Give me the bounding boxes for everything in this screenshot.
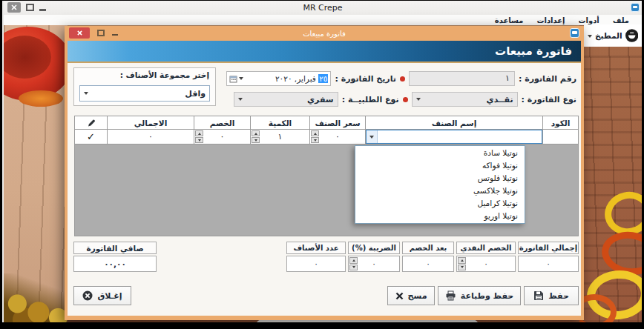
cell-discount[interactable]: ٠ xyxy=(194,129,251,144)
form-row-1: رقم الفاتورة : ١ تاريخ الفاتورة : ٢٥ فبر… xyxy=(226,71,576,86)
spinner-down-button[interactable] xyxy=(349,265,358,271)
summary-row: إجمالي الفاتورة ٠ الخصم النقدي ٠ xyxy=(286,242,579,272)
item-group-select[interactable]: وافل xyxy=(79,85,210,102)
spinner-down-button[interactable] xyxy=(458,265,466,271)
after-discount-label: بعد الخصم xyxy=(402,242,454,254)
window-close-button[interactable] xyxy=(7,2,21,13)
spinner-up-button[interactable] xyxy=(458,257,466,264)
dropdown-item[interactable]: نوتيلا كراميل xyxy=(355,197,525,210)
dialog-title: فاتورة مبيعات xyxy=(303,30,346,38)
order-type-select[interactable]: سفري xyxy=(234,92,338,107)
header-edit[interactable] xyxy=(74,116,108,130)
net-total-value: ٠٠,٠٠ xyxy=(73,256,157,272)
header-qty[interactable]: الكمية xyxy=(250,116,310,130)
header-discount[interactable]: الخصم xyxy=(194,116,251,130)
main-window: MR Crepe ملف أدوات إعدادات مساعدة xyxy=(2,1,642,322)
spinner-down-button[interactable] xyxy=(195,137,203,143)
tax-label: الضريبة (%) xyxy=(348,242,400,254)
summary-tax: الضريبة (%) ٠ xyxy=(348,242,400,272)
required-dot-icon xyxy=(403,97,408,102)
invoice-type-select[interactable]: نقــدي xyxy=(412,92,518,107)
screen: MR Crepe ملف أدوات إعدادات مساعدة xyxy=(0,0,644,329)
menu-bar: ملف أدوات إعدادات مساعدة xyxy=(4,15,642,25)
sales-invoice-dialog: فاتورة مبيعات فاتورة مبيعات رقم الفاتورة… xyxy=(65,26,584,320)
invoice-type-value: نقــدي xyxy=(487,95,513,104)
chevron-down-icon xyxy=(416,98,421,101)
close-dialog-button[interactable]: إغـلاق xyxy=(73,286,131,305)
window-title: MR Crepe xyxy=(4,3,642,13)
menu-settings[interactable]: إعدادات xyxy=(530,16,571,24)
save-label: حفظ xyxy=(548,291,569,301)
combobox-dropdown-button[interactable] xyxy=(367,130,378,143)
triangle-down-icon xyxy=(461,266,464,268)
dialog-app-icon xyxy=(570,28,579,38)
tax-value: ٠ xyxy=(372,259,376,268)
item-group-box: إختر مجموعة الأصناف : وافل xyxy=(73,67,216,106)
cell-price[interactable]: ٠ xyxy=(309,129,366,144)
invoice-date-value: ٢٥ فبراير, ٢٠٢٠ xyxy=(275,74,328,83)
cell-row-check[interactable]: ✓ xyxy=(74,129,108,144)
item-dropdown-list: نوتيلا سادة نوتيلا فواكه نوتيلا فلوتس نو… xyxy=(355,145,525,224)
item-name-combobox[interactable] xyxy=(366,130,542,144)
save-print-button[interactable]: حفظ وطباعة xyxy=(438,286,521,305)
cell-code[interactable] xyxy=(542,129,579,144)
dialog-header-banner: فاتورة مبيعات xyxy=(68,41,581,63)
dropdown-item[interactable]: نوتيلا فلوتس xyxy=(355,172,525,185)
menu-tools[interactable]: أدوات xyxy=(572,16,606,24)
summary-items-count: عدد الأصناف ٠ xyxy=(286,242,346,272)
triangle-down-icon xyxy=(352,266,355,268)
tax-field[interactable]: ٠ xyxy=(348,256,400,272)
cash-discount-spinner xyxy=(458,257,466,270)
after-discount-value: ٠ xyxy=(402,256,454,272)
action-buttons: حفظ حفظ وطباعة xyxy=(387,286,579,305)
spinner-up-button[interactable] xyxy=(311,130,319,136)
chevron-down-icon xyxy=(369,136,374,139)
menu-help[interactable]: مساعدة xyxy=(488,16,530,24)
kitchen-toolbar[interactable]: المطبخ xyxy=(584,24,642,47)
cash-discount-field[interactable]: ٠ xyxy=(456,256,516,272)
calendar-icon xyxy=(229,75,237,83)
grid-header-row: الكود إسم الصنف سعر الصنف الكمية الخصم ا… xyxy=(74,116,579,130)
chevron-down-icon xyxy=(84,92,88,95)
pot-glow-decor xyxy=(19,90,63,107)
dialog-minimize-button[interactable] xyxy=(112,34,118,36)
dialog-restore-button[interactable] xyxy=(97,30,105,36)
dialog-close-button[interactable] xyxy=(69,27,90,39)
spinner-down-button[interactable] xyxy=(252,137,260,143)
invoice-date-label: تاريخ الفاتورة : xyxy=(335,74,396,84)
invoice-number-label: رقم الفاتورة : xyxy=(519,74,576,84)
cell-total: ٠ xyxy=(107,129,194,144)
required-dot-icon xyxy=(400,76,405,82)
dropdown-item[interactable]: نوتيلا اوريو xyxy=(355,210,525,222)
save-button[interactable]: حفظ xyxy=(524,286,579,305)
header-total[interactable]: الاجمالي xyxy=(107,116,194,130)
window-minimize-button[interactable] xyxy=(39,9,46,11)
header-code[interactable]: الكود xyxy=(542,116,579,130)
invoice-total-label: إجمالي الفاتورة xyxy=(518,242,579,254)
header-price[interactable]: سعر الصنف xyxy=(309,116,366,130)
clear-button[interactable]: مسح xyxy=(387,286,435,305)
header-item-name[interactable]: إسم الصنف xyxy=(365,116,543,130)
dialog-body: رقم الفاتورة : ١ تاريخ الفاتورة : ٢٥ فبر… xyxy=(68,63,581,316)
invoice-number-field[interactable]: ١ xyxy=(409,71,515,86)
invoice-date-picker[interactable]: ٢٥ فبراير, ٢٠٢٠ xyxy=(226,71,331,86)
menu-file[interactable]: ملف xyxy=(606,16,636,24)
window-restore-button[interactable] xyxy=(26,4,34,11)
spinner-up-button[interactable] xyxy=(252,130,260,136)
invoice-total-value: ٠ xyxy=(518,256,579,272)
dropdown-item[interactable]: نوتيلا جلاكسي xyxy=(355,185,525,197)
spinner-up-button[interactable] xyxy=(195,130,203,136)
cell-item-name xyxy=(365,129,543,144)
dropdown-item[interactable]: نوتيلا سادة xyxy=(355,147,525,159)
triangle-up-icon xyxy=(461,259,464,262)
spinner-down-button[interactable] xyxy=(311,137,319,143)
x-clear-icon xyxy=(395,292,404,300)
cell-qty[interactable]: ١ xyxy=(250,129,310,144)
dropdown-item[interactable]: نوتيلا فواكه xyxy=(355,159,525,172)
net-total-label: صافي الفاتورة xyxy=(73,242,157,254)
grid-data-row: ٠ ١ xyxy=(74,130,579,144)
spinner-up-button[interactable] xyxy=(349,257,358,264)
items-count-value: ٠ xyxy=(286,256,346,272)
qty-value: ١ xyxy=(278,132,283,142)
items-count-label: عدد الأصناف xyxy=(286,242,346,254)
